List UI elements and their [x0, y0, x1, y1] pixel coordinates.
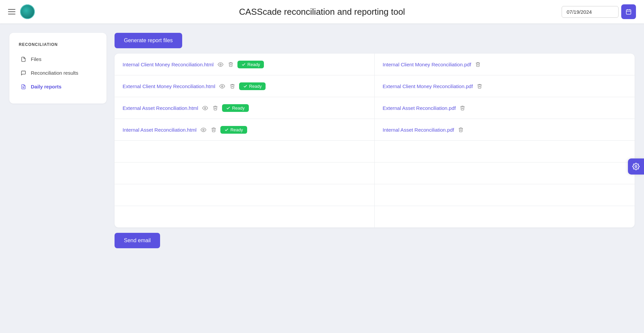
- pdf-trash-button-4[interactable]: [457, 126, 464, 133]
- eye-icon-2: [219, 83, 225, 89]
- check-icon-4: [224, 128, 229, 132]
- eye-icon-4: [201, 127, 206, 133]
- sidebar-item-reconciliation-results[interactable]: Reconciliation results: [16, 67, 100, 79]
- pdf-file-link-4[interactable]: Internal Asset Reconciliation.pdf: [383, 127, 454, 133]
- empty-html-5: [115, 141, 375, 162]
- page-title: CASScade reconciliation and reporting to…: [239, 7, 405, 17]
- empty-html-7: [115, 184, 375, 206]
- settings-fab-button[interactable]: [628, 158, 644, 175]
- trash-icon-4: [211, 127, 216, 132]
- layout: RECONCILIATION Files Reconciliation resu…: [0, 23, 644, 333]
- pdf-trash-icon-2: [477, 83, 482, 89]
- sidebar-item-daily-reports[interactable]: Daily reports: [16, 80, 100, 93]
- header-left: [8, 4, 35, 19]
- sidebar-item-files-label: Files: [31, 56, 42, 62]
- html-cell-1: Internal Client Money Reconciliation.htm…: [115, 54, 375, 75]
- header: CASScade reconciliation and reporting to…: [0, 0, 644, 23]
- main-content: Generate report files Internal Client Mo…: [115, 33, 635, 324]
- html-cell-4: Internal Asset Reconciliation.html: [115, 119, 375, 140]
- html-file-link-3[interactable]: External Asset Reconciliation.html: [123, 105, 198, 111]
- pdf-trash-icon-3: [460, 105, 465, 111]
- hamburger-icon[interactable]: [8, 9, 15, 14]
- pdf-file-link-2[interactable]: External Client Money Reconciliation.pdf: [383, 83, 473, 89]
- eye-button-3[interactable]: [202, 105, 209, 112]
- empty-html-8: [115, 206, 375, 227]
- trash-button-1[interactable]: [227, 61, 234, 68]
- empty-pdf-8: [375, 206, 635, 227]
- pdf-cell-4: Internal Asset Reconciliation.pdf: [375, 119, 635, 140]
- gear-icon: [632, 163, 640, 170]
- sidebar-section-title: RECONCILIATION: [16, 42, 100, 47]
- html-cell-2: External Client Money Reconciliation.htm…: [115, 75, 375, 97]
- pdf-file-link-1[interactable]: Internal Client Money Reconciliation.pdf: [383, 62, 471, 67]
- table-row: Internal Asset Reconciliation.html: [115, 119, 635, 141]
- pdf-trash-icon-4: [458, 127, 463, 132]
- status-badge-2: Ready: [239, 82, 266, 90]
- pdf-trash-icon-1: [475, 62, 481, 67]
- comment-icon: [20, 70, 27, 76]
- svg-point-10: [635, 165, 637, 168]
- eye-icon-1: [218, 62, 223, 67]
- status-badge-1: Ready: [237, 61, 264, 68]
- eye-button-4[interactable]: [200, 126, 207, 133]
- html-file-link-4[interactable]: Internal Asset Reconciliation.html: [123, 127, 197, 133]
- svg-point-6: [220, 64, 221, 65]
- sidebar-item-files[interactable]: Files: [16, 53, 100, 65]
- pdf-cell-1: Internal Client Money Reconciliation.pdf: [375, 54, 635, 75]
- svg-point-9: [203, 129, 204, 130]
- pdf-trash-button-3[interactable]: [459, 105, 466, 111]
- status-badge-4: Ready: [220, 126, 247, 134]
- check-icon-1: [241, 62, 246, 67]
- html-file-link-1[interactable]: Internal Client Money Reconciliation.htm…: [123, 62, 214, 67]
- trash-icon-3: [213, 105, 218, 111]
- generate-report-button[interactable]: Generate report files: [115, 33, 182, 48]
- trash-button-2[interactable]: [229, 83, 236, 89]
- check-icon-2: [243, 84, 247, 88]
- logo: [20, 4, 35, 19]
- trash-button-4[interactable]: [210, 126, 217, 133]
- eye-button-2[interactable]: [219, 83, 226, 90]
- header-right: [562, 4, 636, 19]
- table-row-empty-7: [115, 184, 635, 206]
- eye-icon-3: [202, 105, 208, 111]
- table-row: Internal Client Money Reconciliation.htm…: [115, 54, 635, 75]
- table-row: External Asset Reconciliation.html: [115, 97, 635, 119]
- eye-button-1[interactable]: [217, 61, 224, 68]
- pdf-trash-button-1[interactable]: [475, 61, 481, 68]
- html-cell-3: External Asset Reconciliation.html: [115, 97, 375, 119]
- empty-pdf-6: [375, 162, 635, 184]
- send-email-button[interactable]: Send email: [115, 233, 160, 248]
- pdf-cell-3: External Asset Reconciliation.pdf: [375, 97, 635, 119]
- trash-button-3[interactable]: [212, 105, 219, 111]
- svg-rect-0: [626, 10, 631, 14]
- empty-pdf-7: [375, 184, 635, 206]
- file-icon: [20, 57, 27, 62]
- table-row-empty-5: [115, 141, 635, 162]
- date-input[interactable]: [562, 6, 619, 18]
- html-file-link-2[interactable]: External Client Money Reconciliation.htm…: [123, 83, 215, 89]
- sidebar-item-daily-reports-label: Daily reports: [31, 84, 62, 89]
- table-row-empty-8: [115, 206, 635, 227]
- calendar-icon: [626, 9, 632, 15]
- sidebar-item-reconciliation-label: Reconciliation results: [31, 70, 78, 76]
- empty-html-6: [115, 162, 375, 184]
- table-row-empty-6: [115, 162, 635, 184]
- pdf-file-link-3[interactable]: External Asset Reconciliation.pdf: [383, 105, 456, 111]
- check-icon-3: [226, 106, 230, 110]
- pdf-cell-2: External Client Money Reconciliation.pdf: [375, 75, 635, 97]
- svg-point-8: [204, 107, 206, 109]
- svg-point-7: [221, 85, 223, 87]
- trash-icon-2: [230, 83, 235, 89]
- document-icon: [20, 84, 27, 89]
- sidebar: RECONCILIATION Files Reconciliation resu…: [9, 33, 106, 104]
- pdf-trash-button-2[interactable]: [476, 83, 483, 89]
- status-badge-3: Ready: [222, 104, 249, 112]
- calendar-button[interactable]: [621, 4, 636, 19]
- trash-icon-1: [228, 62, 233, 67]
- files-grid: Internal Client Money Reconciliation.htm…: [115, 54, 635, 227]
- table-row: External Client Money Reconciliation.htm…: [115, 75, 635, 97]
- empty-pdf-5: [375, 141, 635, 162]
